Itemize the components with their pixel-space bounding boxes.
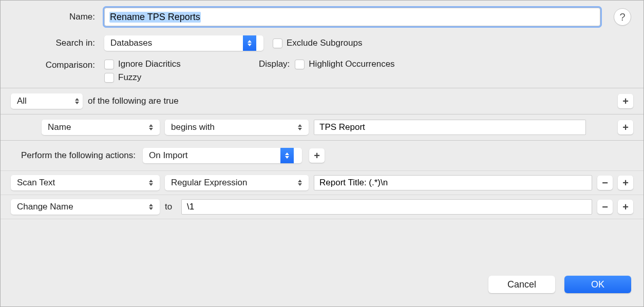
checkbox-box xyxy=(273,39,282,48)
trigger-popup[interactable]: On Import xyxy=(143,148,302,163)
action-row-2: Change Name to − + xyxy=(1,195,643,219)
help-icon: ? xyxy=(619,11,625,23)
comparison-label: Comparison: xyxy=(13,59,98,70)
plus-icon: + xyxy=(314,150,320,161)
add-action1-button[interactable]: + xyxy=(618,176,633,190)
display-label: Display: xyxy=(259,59,290,69)
match-mode-select[interactable]: All xyxy=(11,93,83,109)
name-label: Name: xyxy=(13,12,98,22)
dialog-footer: Cancel OK xyxy=(1,266,643,306)
chevron-updown-icon xyxy=(145,120,157,135)
exclude-subgroups-label: Exclude Subgroups xyxy=(287,38,362,48)
condition-row: Name begins with + xyxy=(1,114,643,141)
checkbox-box xyxy=(295,60,305,69)
condition-value-input[interactable] xyxy=(314,120,586,135)
action1-value-input[interactable] xyxy=(314,175,592,190)
predicate-text: of the following are true xyxy=(88,96,179,106)
ok-button[interactable]: OK xyxy=(564,276,631,293)
checkbox-box xyxy=(104,60,114,69)
search-in-value: Databases xyxy=(104,35,243,51)
perform-actions-label: Perform the following actions: xyxy=(21,150,136,161)
chevron-updown-icon xyxy=(71,93,83,109)
highlight-checkbox[interactable]: Highlight Occurrences xyxy=(295,59,394,69)
action2-type-value: Change Name xyxy=(17,202,145,212)
chevron-updown-icon xyxy=(280,148,294,163)
chevron-updown-icon xyxy=(294,175,306,190)
plus-icon: + xyxy=(622,96,629,106)
remove-action2-button[interactable]: − xyxy=(597,200,613,214)
minus-icon: − xyxy=(602,202,608,212)
search-in-label: Search in: xyxy=(13,38,98,48)
condition-field-select[interactable]: Name xyxy=(42,120,160,135)
plus-icon: + xyxy=(622,178,629,188)
minus-icon: − xyxy=(602,178,608,188)
help-button[interactable]: ? xyxy=(614,8,631,26)
chevron-updown-icon xyxy=(145,199,157,215)
chevron-updown-icon xyxy=(145,175,157,190)
exclude-subgroups-checkbox[interactable]: Exclude Subgroups xyxy=(273,38,362,48)
chevron-updown-icon xyxy=(294,120,306,135)
chevron-updown-icon xyxy=(243,35,256,51)
action2-value-input[interactable] xyxy=(181,199,592,215)
add-action2-button[interactable]: + xyxy=(618,200,633,214)
action1-mode-select[interactable]: Regular Expression xyxy=(165,175,309,190)
action-row-1: Scan Text Regular Expression − + xyxy=(1,170,643,195)
to-label: to xyxy=(165,202,176,212)
condition-field-value: Name xyxy=(48,122,145,132)
ignore-diacritics-label: Ignore Diacritics xyxy=(118,59,181,69)
action1-mode-value: Regular Expression xyxy=(171,178,294,188)
add-rule-button[interactable]: + xyxy=(618,94,633,108)
cancel-label: Cancel xyxy=(507,279,536,290)
plus-icon: + xyxy=(622,122,629,132)
name-input[interactable] xyxy=(104,8,600,26)
match-mode-value: All xyxy=(17,96,71,106)
action1-type-value: Scan Text xyxy=(17,178,145,188)
actions-header: Perform the following actions: On Import… xyxy=(1,141,643,170)
condition-operator-value: begins with xyxy=(171,122,294,132)
ok-label: OK xyxy=(591,279,604,290)
condition-operator-select[interactable]: begins with xyxy=(165,120,309,135)
ignore-diacritics-checkbox[interactable]: Ignore Diacritics xyxy=(104,59,181,69)
remove-action1-button[interactable]: − xyxy=(597,176,613,190)
fuzzy-checkbox[interactable]: Fuzzy xyxy=(104,72,181,83)
name-input-wrap: Rename TPS Reports xyxy=(104,8,600,26)
search-in-popup[interactable]: Databases xyxy=(104,35,263,51)
trigger-value: On Import xyxy=(143,148,280,163)
add-condition-button[interactable]: + xyxy=(618,120,633,135)
smart-rule-dialog: Name: Rename TPS Reports ? Search in: Da… xyxy=(0,0,644,307)
checkbox-box xyxy=(104,73,114,83)
highlight-label: Highlight Occurrences xyxy=(309,59,394,69)
add-action-button[interactable]: + xyxy=(309,148,325,163)
fuzzy-label: Fuzzy xyxy=(118,72,141,83)
action1-type-select[interactable]: Scan Text xyxy=(11,175,160,190)
cancel-button[interactable]: Cancel xyxy=(488,276,555,293)
action2-type-select[interactable]: Change Name xyxy=(11,199,160,215)
plus-icon: + xyxy=(622,202,629,212)
predicate-header: All of the following are true + xyxy=(1,88,643,114)
